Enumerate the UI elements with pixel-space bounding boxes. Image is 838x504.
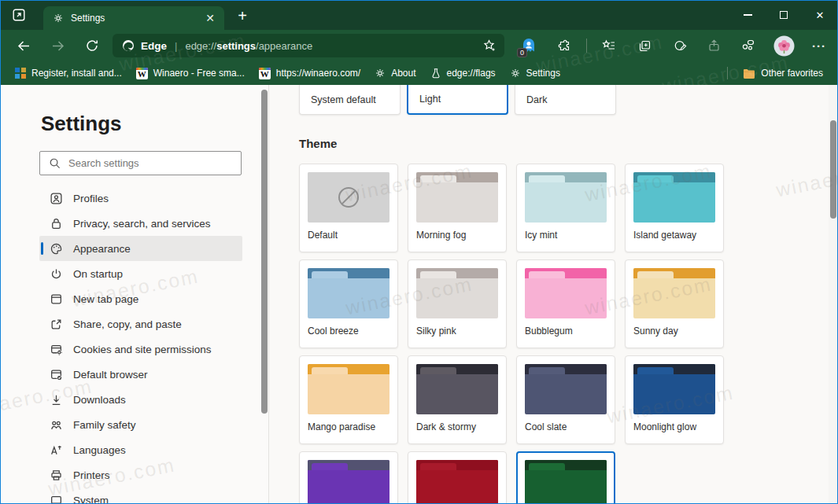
bookmark-item[interactable]: Settings <box>503 65 567 81</box>
theme-swatch <box>633 268 715 318</box>
share-arrow-icon <box>50 318 63 331</box>
theme-card-silky-pink[interactable]: Silky pink <box>408 259 507 348</box>
sidebar-scrollbar-thumb[interactable] <box>261 90 268 414</box>
gear-icon <box>375 68 386 79</box>
page-scrollbar-thumb[interactable] <box>830 120 836 219</box>
bookmark-item[interactable]: About <box>367 65 423 81</box>
favorites-bar-icon[interactable] <box>596 33 622 58</box>
bookmark-item[interactable]: W https://winaero.com/ <box>252 65 367 82</box>
bookmark-item[interactable]: edge://flags <box>423 65 503 81</box>
settings-sidebar: Settings Profiles <box>0 85 260 504</box>
search-icon <box>49 157 61 169</box>
power-icon <box>50 267 63 281</box>
theme-card-icy-mint[interactable]: Icy mint <box>516 164 615 252</box>
theme-card-mango-paradise[interactable]: Mango paradise <box>299 355 398 444</box>
browser-essentials-icon[interactable] <box>735 33 762 58</box>
extensions-puzzle-icon[interactable] <box>551 33 578 58</box>
sidebar-item-privacy[interactable]: Privacy, search, and services <box>39 211 242 236</box>
mode-card-light[interactable]: Light <box>407 85 508 115</box>
theme-card-sunny-day[interactable]: Sunny day <box>625 259 724 348</box>
mode-card-dark[interactable]: Dark <box>515 85 616 115</box>
sidebar-item-cookies-permissions[interactable]: Cookies and site permissions <box>39 337 242 362</box>
theme-card-moonlight-glow[interactable]: Moonlight glow <box>625 355 724 444</box>
bookmarks-bar: Register, install and... W Winaero - Fre… <box>0 61 838 85</box>
sidebar-item-downloads[interactable]: Downloads <box>39 387 242 412</box>
toolbar: Edge | edge://settings/appearance 0 <box>0 30 838 61</box>
profile-avatar[interactable] <box>770 33 797 58</box>
page-title: Settings <box>41 112 260 136</box>
settings-menu-dots[interactable]: ··· <box>806 33 832 58</box>
tab-close-icon[interactable]: ✕ <box>202 10 218 26</box>
other-favorites-button[interactable]: Other favorites <box>736 65 830 81</box>
sidebar-item-languages[interactable]: Languages <box>39 437 242 462</box>
page-scrollbar[interactable] <box>829 85 838 504</box>
lock-icon <box>50 217 63 230</box>
maximize-button[interactable] <box>766 0 802 30</box>
forward-button[interactable] <box>45 33 70 58</box>
minimize-button[interactable] <box>729 0 766 30</box>
search-input[interactable] <box>68 157 234 169</box>
profiles-icon <box>50 192 63 205</box>
url-text: edge://settings/appearance <box>185 40 482 52</box>
theme-heading: Theme <box>299 137 838 150</box>
back-button[interactable] <box>11 33 36 58</box>
sidebar-item-profiles[interactable]: Profiles <box>39 186 242 211</box>
address-bar[interactable]: Edge | edge://settings/appearance <box>113 34 504 57</box>
search-settings-box[interactable] <box>39 151 242 175</box>
refresh-button[interactable] <box>79 33 105 58</box>
bookmark-item[interactable]: W Winaero - Free sma... <box>129 65 252 82</box>
theme-card-default[interactable]: Default <box>299 164 398 252</box>
sidebar-item-on-startup[interactable]: On startup <box>39 261 242 286</box>
sidebar-item-system[interactable]: System <box>39 487 242 504</box>
sidebar-item-share-copy-paste[interactable]: Share, copy, and paste <box>39 311 242 337</box>
theme-swatch <box>308 364 389 414</box>
new-tab-button[interactable]: + <box>231 5 254 27</box>
share-icon[interactable] <box>700 33 727 58</box>
notification-avatar-icon[interactable]: 0 <box>515 33 542 58</box>
theme-card-dark-and-stormy[interactable]: Dark & stormy <box>408 355 507 444</box>
sidebar-scrollbar[interactable] <box>260 85 269 504</box>
close-button[interactable]: ✕ <box>802 0 838 30</box>
theme-card-cool-breeze[interactable]: Cool breeze <box>299 259 398 348</box>
gear-icon <box>510 68 521 79</box>
sidebar-item-family-safety[interactable]: Family safety <box>39 412 242 437</box>
cookies-gear-icon <box>50 343 63 356</box>
tab-gear-icon <box>53 13 64 24</box>
sidebar-item-default-browser[interactable]: Default browser <box>39 362 242 387</box>
theme-swatch <box>633 364 715 414</box>
sidebar-item-printers[interactable]: Printers <box>39 462 242 487</box>
site-label: Edge <box>141 40 167 52</box>
sidebar-item-appearance[interactable]: Appearance <box>39 236 242 261</box>
appearance-panel: System default Light Dark Theme Defau <box>260 85 838 504</box>
family-icon <box>50 418 63 432</box>
theme-card-green-selected[interactable] <box>516 451 615 504</box>
no-theme-icon <box>308 172 389 223</box>
winaero-favicon: W <box>259 68 271 79</box>
theme-card-morning-fog[interactable]: Morning fog <box>408 164 507 252</box>
theme-swatch <box>416 268 498 318</box>
flask-icon <box>430 68 441 79</box>
monitor-icon <box>50 494 63 504</box>
theme-card-red[interactable] <box>408 451 507 504</box>
theme-card-cool-slate[interactable]: Cool slate <box>516 355 615 444</box>
collections-icon[interactable] <box>631 33 658 58</box>
browser-tab-settings[interactable]: Settings ✕ <box>43 6 224 30</box>
bookmark-item[interactable]: Register, install and... <box>8 65 129 81</box>
tab-actions-menu-icon[interactable] <box>9 5 29 25</box>
theme-grid: Default Morning fog Icy mint Island geta… <box>299 164 838 504</box>
bookmarks-separator <box>727 67 728 79</box>
add-favorite-star-icon[interactable] <box>482 39 497 53</box>
web-capture-icon[interactable] <box>666 33 693 58</box>
theme-swatch <box>416 172 498 223</box>
windows-logo-icon <box>15 68 26 79</box>
theme-swatch <box>633 172 715 223</box>
sidebar-item-new-tab-page[interactable]: New tab page <box>39 286 242 311</box>
theme-card-island-getaway[interactable]: Island getaway <box>625 164 724 252</box>
theme-swatch <box>525 172 607 223</box>
theme-card-purple[interactable] <box>299 451 398 504</box>
theme-swatch <box>308 460 389 504</box>
theme-card-bubblegum[interactable]: Bubblegum <box>516 259 615 348</box>
mode-card-system-default[interactable]: System default <box>299 85 401 115</box>
theme-swatch <box>308 268 389 318</box>
window-icon <box>50 292 63 306</box>
